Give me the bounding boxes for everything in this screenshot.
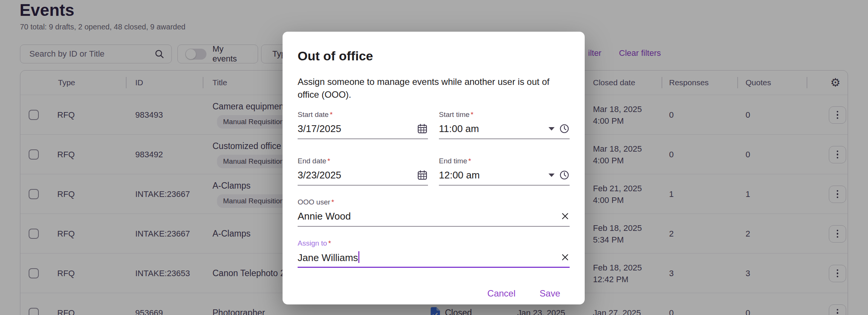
start-time-value[interactable]: 11:00 am [439, 123, 546, 135]
end-time-value[interactable]: 12:00 am [439, 169, 546, 181]
start-date-value[interactable]: 3/17/2025 [298, 123, 417, 135]
required-asterisk: * [471, 111, 473, 118]
required-asterisk: * [332, 198, 334, 206]
modal-title: Out of office [298, 48, 570, 64]
chevron-down-icon[interactable] [549, 174, 555, 177]
start-date-field[interactable]: Start date* 3/17/2025 [298, 110, 428, 139]
field-underline [298, 138, 428, 139]
field-underline [298, 185, 428, 186]
end-date-field[interactable]: End date* 3/23/2025 [298, 157, 428, 186]
assign-to-field[interactable]: Assign to* Jane Williams [298, 239, 570, 268]
cancel-button[interactable]: Cancel [487, 285, 517, 302]
ooo-user-field[interactable]: OOO user* Annie Wood [298, 198, 570, 227]
chevron-down-icon[interactable] [549, 127, 555, 131]
required-asterisk: * [327, 157, 330, 165]
clear-icon[interactable] [561, 253, 570, 262]
events-screen: Events 70 total: 9 drafts, 2 opened, 48 … [0, 0, 868, 315]
field-underline [439, 185, 570, 186]
assign-to-label: Assign to* [298, 239, 570, 248]
calendar-icon[interactable] [417, 169, 428, 181]
ooo-user-label: OOO user* [298, 198, 570, 207]
assign-to-value[interactable]: Jane Williams [298, 251, 561, 264]
required-asterisk: * [328, 239, 331, 247]
calendar-icon[interactable] [417, 123, 428, 134]
start-time-field[interactable]: Start time* 11:00 am [439, 110, 570, 139]
start-date-label: Start date* [298, 110, 428, 119]
ooo-user-value[interactable]: Annie Wood [298, 211, 561, 222]
end-date-value[interactable]: 3/23/2025 [298, 169, 417, 181]
field-underline [439, 138, 570, 139]
clock-icon[interactable] [559, 170, 570, 180]
out-of-office-modal: Out of office Assign someone to manage e… [283, 32, 585, 304]
end-date-label: End date* [298, 157, 428, 166]
clock-icon[interactable] [559, 123, 570, 134]
start-time-label: Start time* [439, 110, 570, 119]
modal-description: Assign someone to manage events while an… [298, 75, 561, 101]
text-cursor [358, 251, 359, 263]
save-button[interactable]: Save [539, 285, 561, 302]
required-asterisk: * [330, 111, 332, 118]
field-underline [298, 226, 570, 227]
end-time-label: End time* [439, 157, 570, 166]
out-of-office-form: Start date* 3/17/2025 Start time* 11:00 … [298, 110, 570, 268]
clear-icon[interactable] [561, 212, 570, 221]
end-time-field[interactable]: End time* 12:00 am [439, 157, 570, 186]
required-asterisk: * [468, 157, 471, 165]
field-underline-focused [298, 267, 570, 268]
